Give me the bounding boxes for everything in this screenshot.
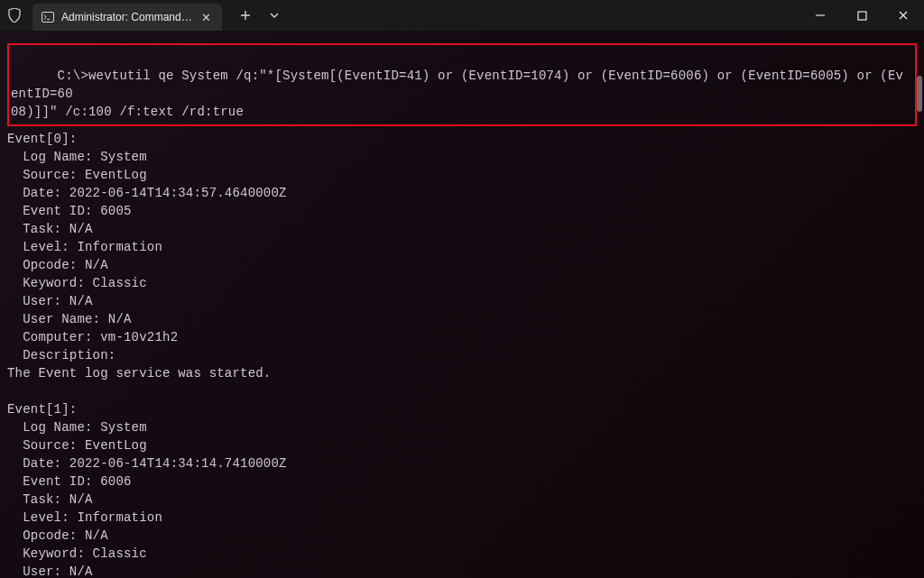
- tab-title: Administrator: Command Prom: [61, 11, 192, 23]
- event-0-line: User Name: N/A: [7, 310, 917, 328]
- event-0-line: Opcode: N/A: [7, 256, 917, 274]
- command-text-line1: wevtutil qe System /q:"*[System[(EventID…: [11, 69, 903, 101]
- close-icon[interactable]: ✕: [199, 10, 213, 25]
- tab-actions: [231, 2, 285, 29]
- titlebar-left: Administrator: Command Prom ✕: [0, 0, 285, 31]
- event-0-line: Date: 2022-06-14T14:34:57.4640000Z: [7, 184, 917, 202]
- event-0-line: Task: N/A: [7, 220, 917, 238]
- event-0-line: Computer: vm-10v21h2: [7, 328, 917, 346]
- event-1-line: Keyword: Classic: [7, 545, 917, 563]
- minimize-button[interactable]: [799, 0, 841, 31]
- event-0-line: Keyword: Classic: [7, 274, 917, 292]
- event-1-line: Date: 2022-06-14T14:34:14.7410000Z: [7, 454, 917, 472]
- titlebar-drag-area[interactable]: [285, 0, 799, 31]
- window-close-button[interactable]: [882, 0, 924, 31]
- event-0-header: Event[0]:: [7, 130, 917, 148]
- shield-icon: [0, 8, 29, 23]
- titlebar: Administrator: Command Prom ✕: [0, 0, 924, 31]
- tab-dropdown-button[interactable]: [263, 2, 285, 29]
- window-controls: [799, 0, 924, 31]
- event-1-header: Event[1]:: [7, 400, 917, 418]
- scrollbar-thumb[interactable]: [917, 76, 922, 112]
- maximize-button[interactable]: [841, 0, 882, 31]
- event-0-line: Level: Information: [7, 238, 917, 256]
- command-text-line2: 08)]]" /c:100 /f:text /rd:true: [11, 105, 244, 119]
- event-0-line: The Event log service was started.: [7, 364, 917, 382]
- event-0-line: Log Name: System: [7, 148, 917, 166]
- highlighted-command: C:\>wevtutil qe System /q:"*[System[(Eve…: [7, 43, 917, 126]
- event-0-line: Source: EventLog: [7, 166, 917, 184]
- event-1-line: User: N/A: [7, 563, 917, 578]
- svg-rect-0: [42, 13, 54, 23]
- event-1-line: Opcode: N/A: [7, 527, 917, 545]
- event-1-line: Source: EventLog: [7, 436, 917, 454]
- tab-command-prompt[interactable]: Administrator: Command Prom ✕: [32, 4, 222, 31]
- svg-rect-1: [858, 12, 866, 20]
- event-0-line: Event ID: 6005: [7, 202, 917, 220]
- event-1-line: Event ID: 6006: [7, 472, 917, 491]
- event-1-line: Task: N/A: [7, 491, 917, 509]
- prompt-text: C:\>: [58, 69, 88, 83]
- event-1-line: Level: Information: [7, 509, 917, 527]
- event-1-line: Log Name: System: [7, 418, 917, 436]
- terminal-window: Administrator: Command Prom ✕: [0, 0, 924, 578]
- blank-line: [7, 382, 917, 400]
- event-0-line: User: N/A: [7, 292, 917, 310]
- new-tab-button[interactable]: [231, 2, 260, 29]
- cmd-icon: [42, 11, 54, 23]
- terminal-body[interactable]: C:\>wevtutil qe System /q:"*[System[(Eve…: [0, 31, 924, 578]
- event-0-line: Description:: [7, 346, 917, 364]
